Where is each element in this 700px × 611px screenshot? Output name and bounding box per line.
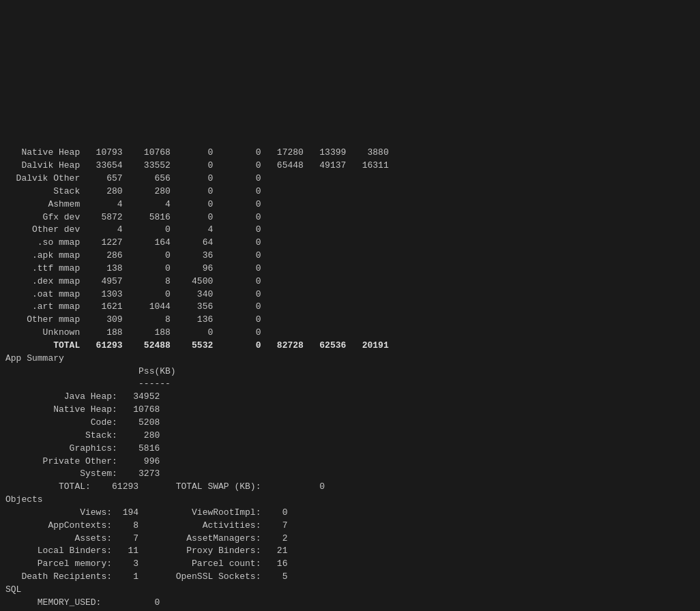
terminal-line: Views: 194 ViewRootImpl: 0 [5,507,695,520]
terminal-line: Local Binders: 11 Proxy Binders: 21 [5,545,695,558]
table-row: Other mmap 309 8 136 0 [5,314,695,327]
terminal-line: Pss(KB) [5,366,695,378]
terminal-line: Objects [5,494,695,507]
table-row: Unknown 188 188 0 0 [5,327,695,340]
table-row: .art mmap 1621 1044 356 0 [5,301,695,314]
table-row: .oat mmap 1303 0 340 0 [5,288,695,301]
terminal-line: ------ [5,378,695,391]
terminal-line: System: 3273 [5,468,695,481]
terminal-line: Stack: 280 [5,430,695,443]
table-row: .so mmap 1227 164 64 0 [5,237,695,250]
terminal-line: Death Recipients: 1 OpenSSL Sockets: 5 [5,571,695,584]
table-row: .apk mmap 286 0 36 0 [5,250,695,263]
terminal-line: Code: 5208 [5,417,695,430]
table-row: Ashmem 4 4 0 0 [5,198,695,211]
terminal-line: TOTAL: 61293 TOTAL SWAP (KB): 0 [5,481,695,494]
terminal-line: Assets: 7 AssetManagers: 2 [5,533,695,546]
table-row: Dalvik Heap 33654 33552 0 0 65448 49137 … [5,160,695,173]
terminal-line: Parcel memory: 3 Parcel count: 16 [5,558,695,571]
terminal-line: SQL [5,584,695,597]
table-row: .dex mmap 4957 8 4500 0 [5,275,695,288]
terminal-line: Java Heap: 34952 [5,391,695,404]
table-row: TOTAL 61293 52488 5532 0 82728 62536 201… [5,340,695,353]
table-row: Stack 280 280 0 0 [5,185,695,198]
terminal-line: Graphics: 5816 [5,443,695,456]
table-row: Other dev 4 0 4 0 [5,224,695,237]
terminal-line: Private Other: 996 [5,456,695,468]
terminal-line: Native Heap: 10768 [5,404,695,417]
terminal [0,0,700,147]
rest-content: App Summary Pss(KB) ------ Java Heap: 34… [0,353,700,611]
terminal-line: AppContexts: 8 Activities: 7 [5,520,695,533]
table-row: Gfx dev 5872 5816 0 0 [5,211,695,224]
table-row: Native Heap 10793 10768 0 0 17280 13399 … [5,147,695,160]
meminfo-table: Native Heap 10793 10768 0 0 17280 13399 … [0,147,700,353]
table-row: .ttf mmap 138 0 96 0 [5,263,695,275]
terminal-line: MEMORY_USED: 0 [5,597,695,610]
table-row: Dalvik Other 657 656 0 0 [5,173,695,185]
terminal-line: App Summary [5,353,695,366]
